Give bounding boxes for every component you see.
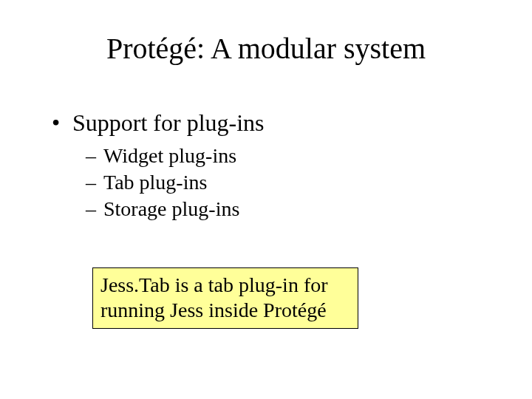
dash-marker: – xyxy=(86,171,103,194)
bullet-level2-group: – Widget plug-ins – Tab plug-ins – Stora… xyxy=(86,144,480,221)
dash-marker: – xyxy=(86,197,103,221)
slide-body: • Support for plug-ins – Widget plug-ins… xyxy=(52,109,480,224)
bullet-text: Tab plug-ins xyxy=(103,171,480,194)
bullet-text: Storage plug-ins xyxy=(103,197,480,221)
bullet-level1: • Support for plug-ins xyxy=(52,109,480,137)
bullet-marker: • xyxy=(52,109,72,137)
dash-marker: – xyxy=(86,144,103,168)
bullet-level2: – Widget plug-ins xyxy=(86,144,480,168)
slide: Protégé: A modular system • Support for … xyxy=(0,0,532,399)
bullet-text: Widget plug-ins xyxy=(103,144,480,168)
callout-box: Jess.Tab is a tab plug-in for running Je… xyxy=(92,267,358,329)
bullet-text: Support for plug-ins xyxy=(72,109,480,137)
bullet-level2: – Storage plug-ins xyxy=(86,197,480,221)
slide-title: Protégé: A modular system xyxy=(0,31,532,66)
bullet-level2: – Tab plug-ins xyxy=(86,171,480,194)
